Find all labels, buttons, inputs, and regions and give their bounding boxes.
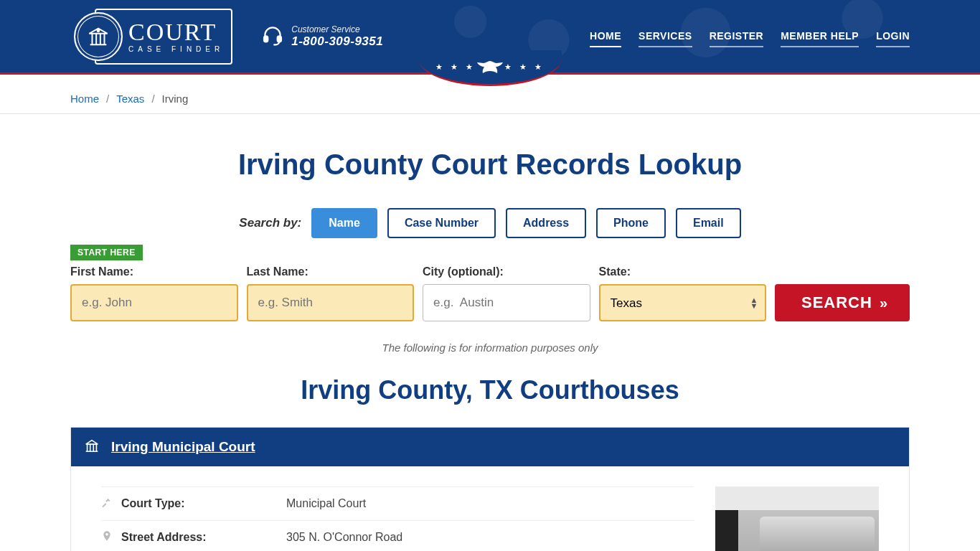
page-title: Irving County Court Records Lookup (70, 149, 910, 181)
headset-icon (261, 24, 284, 50)
chevron-right-icon: » (880, 295, 883, 311)
search-by-tabs: Search by: Name Case Number Address Phon… (70, 208, 910, 238)
search-button-label: SEARCH (801, 293, 872, 312)
first-name-input[interactable] (70, 284, 238, 321)
breadcrumb-current: Irving (162, 93, 189, 105)
first-name-label: First Name: (70, 265, 238, 278)
search-form: START HERE First Name: Last Name: City (… (70, 251, 910, 321)
nav-services[interactable]: SERVICES (639, 26, 692, 47)
courthouse-card-header: Irving Municipal Court (71, 428, 909, 466)
breadcrumb: Home / Texas / Irving (70, 93, 910, 105)
prop-label: Court Type: (121, 497, 286, 510)
tab-phone[interactable]: Phone (596, 208, 666, 238)
breadcrumb-sep: / (151, 93, 154, 105)
cs-phone: 1-800-309-9351 (291, 34, 383, 49)
start-here-badge: START HERE (70, 245, 143, 260)
breadcrumb-sep: / (106, 93, 109, 105)
svg-rect-2 (278, 36, 281, 42)
nav-register[interactable]: REGISTER (710, 26, 764, 47)
svg-point-0 (98, 29, 100, 32)
header-divider: ★ ★ ★ ★ ★ ★ (0, 72, 980, 84)
search-button[interactable]: SEARCH » (775, 284, 910, 321)
star-icon: ★ ★ ★ (435, 62, 476, 72)
last-name-input[interactable] (247, 284, 415, 321)
gavel-icon (101, 496, 121, 511)
logo-text: COURT CASE FINDER (128, 20, 224, 53)
city-input[interactable] (423, 284, 590, 321)
tab-email[interactable]: Email (676, 208, 741, 238)
logo-seal-icon (74, 12, 123, 61)
star-icon: ★ ★ ★ (504, 62, 545, 72)
state-label: State: (599, 265, 767, 278)
tab-case-number[interactable]: Case Number (387, 208, 496, 238)
tab-name[interactable]: Name (311, 208, 377, 238)
prop-value: 305 N. O'Connor Road (286, 531, 402, 544)
courthouse-name-link[interactable]: Irving Municipal Court (111, 439, 255, 455)
customer-service: Customer Service 1-800-309-9351 (261, 24, 383, 50)
site-logo[interactable]: COURT CASE FINDER (95, 9, 232, 65)
search-by-label: Search by: (239, 216, 301, 230)
map-pin-icon (101, 530, 121, 545)
tab-address[interactable]: Address (506, 208, 586, 238)
disclaimer-text: The following is for information purpose… (70, 342, 910, 354)
city-label: City (optional): (423, 265, 590, 278)
courthouse-icon (84, 438, 100, 456)
section-title: Irving County, TX Courthouses (70, 375, 910, 405)
eagle-icon (476, 60, 504, 75)
prop-court-type: Court Type: Municipal Court (101, 486, 694, 521)
breadcrumb-texas[interactable]: Texas (116, 93, 144, 105)
courthouse-photo (715, 486, 879, 551)
last-name-label: Last Name: (247, 265, 415, 278)
prop-street-address: Street Address: 305 N. O'Connor Road (101, 521, 694, 551)
state-select[interactable]: Texas (599, 284, 767, 321)
main-nav: HOME SERVICES REGISTER MEMBER HELP LOGIN (590, 26, 910, 47)
nav-member-help[interactable]: MEMBER HELP (781, 26, 859, 47)
breadcrumb-bar: Home / Texas / Irving (0, 84, 980, 114)
nav-home[interactable]: HOME (590, 26, 621, 47)
prop-value: Municipal Court (286, 497, 366, 510)
prop-label: Street Address: (121, 531, 286, 544)
courthouse-properties: Court Type: Municipal Court Street Addre… (101, 486, 694, 551)
nav-login[interactable]: LOGIN (876, 26, 910, 47)
svg-rect-1 (264, 36, 268, 42)
breadcrumb-home[interactable]: Home (70, 93, 99, 105)
courthouse-card: Irving Municipal Court Court Type: Munic… (70, 427, 910, 551)
cs-label: Customer Service (291, 24, 383, 34)
